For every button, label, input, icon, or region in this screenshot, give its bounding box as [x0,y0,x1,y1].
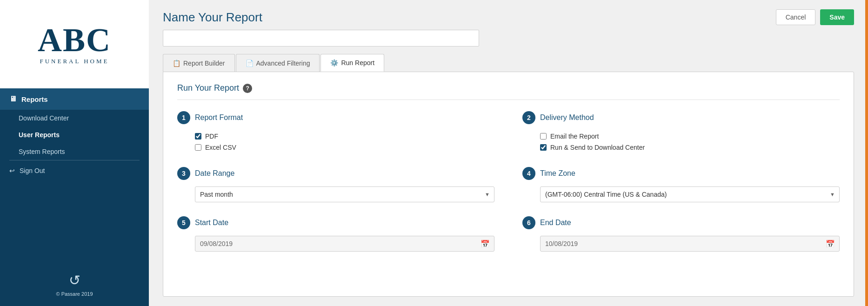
step-6-circle: 6 [522,216,535,229]
reports-icon: 🖥 [9,95,17,103]
run-send-checkbox[interactable] [540,144,547,151]
date-range-select[interactable]: Today Past week Past month Past 3 months… [195,186,494,202]
header-buttons: Cancel Save [776,9,854,25]
system-reports-label: System Reports [19,148,65,155]
step-1-circle: 1 [177,111,190,124]
run-send-label: Run & Send to Download Center [550,144,645,151]
step-5-circle: 5 [177,216,190,229]
run-report-icon: ⚙️ [330,59,338,67]
sidebar-item-user-reports[interactable]: User Reports [0,126,149,143]
end-date-wrapper: 📅 [540,236,840,252]
passare-logo-icon: ↺ [69,272,80,288]
cancel-button[interactable]: Cancel [776,9,816,25]
email-report-label: Email the Report [550,133,599,140]
sidebar-logo: ABC FUNERAL HOME [0,0,149,88]
step-2-delivery-method: 2 Delivery Method Email the Report Run &… [522,111,840,153]
form-grid: 1 Report Format PDF Excel CSV 2 Delivery… [177,111,840,252]
email-report-checkbox[interactable] [540,133,547,140]
sidebar-item-system-reports[interactable]: System Reports [0,143,149,160]
step-6-label: End Date [540,219,571,227]
download-center-label: Download Center [19,114,69,122]
checkbox-run-send: Run & Send to Download Center [522,142,840,153]
content-panel: Run Your Report ? 1 Report Format PDF Ex… [163,72,854,297]
step-3-circle: 3 [177,167,190,180]
tab-advanced-filtering-label: Advanced Filtering [256,60,310,67]
sidebar-item-download-center[interactable]: Download Center [0,110,149,126]
sidebar-item-sign-out[interactable]: ↩ Sign Out [0,160,149,181]
tab-run-report-label: Run Report [341,59,374,67]
run-your-report-title: Run Your Report ? [177,83,840,100]
sidebar-nav: 🖥 Reports Download Center User Reports S… [0,88,149,263]
step-3-date-range: 3 Date Range Today Past week Past month … [177,167,494,202]
sidebar-reports-label: Reports [21,95,48,103]
checkbox-pdf: PDF [177,131,494,142]
step-2-label-row: 2 Delivery Method [522,111,840,124]
sign-out-icon: ↩ [9,167,15,174]
sidebar-footer: ↺ © Passare 2019 [0,263,149,306]
step-5-label-row: 5 Start Date [177,216,494,229]
step-3-label-row: 3 Date Range [177,167,494,180]
report-name-row [149,30,868,54]
step-5-label: Start Date [195,219,228,227]
time-zone-select-wrapper: (GMT-06:00) Central Time (US & Canada) (… [540,186,840,202]
excel-csv-checkbox[interactable] [195,144,201,151]
report-builder-icon: 📋 [173,60,180,67]
step-6-label-row: 6 End Date [522,216,840,229]
sidebar: ABC FUNERAL HOME 🖥 Reports Download Cent… [0,0,149,306]
sidebar-item-reports[interactable]: 🖥 Reports [0,88,149,110]
excel-csv-label: Excel CSV [205,144,236,151]
checkbox-excel-csv: Excel CSV [177,142,494,153]
start-date-input[interactable] [195,236,494,252]
logo-sub: FUNERAL HOME [38,58,111,65]
step-5-start-date: 5 Start Date 📅 [177,216,494,252]
logo: ABC FUNERAL HOME [38,23,111,65]
step-6-end-date: 6 End Date 📅 [522,216,840,252]
pdf-checkbox[interactable] [195,133,201,140]
step-4-circle: 4 [522,167,535,180]
step-4-label-row: 4 Time Zone [522,167,840,180]
tabs-bar: 📋 Report Builder 📄 Advanced Filtering ⚙️… [149,54,868,72]
logo-abc: ABC [38,23,111,57]
main-header: Name Your Report Cancel Save [149,0,868,30]
right-accent-bar [865,0,868,306]
sign-out-label: Sign Out [20,167,45,174]
passare-copyright: © Passare 2019 [56,291,93,297]
user-reports-label: User Reports [19,131,60,139]
step-1-label-row: 1 Report Format [177,111,494,124]
step-2-circle: 2 [522,111,535,124]
report-name-input[interactable] [163,30,479,47]
help-icon[interactable]: ? [243,84,252,93]
tab-advanced-filtering[interactable]: 📄 Advanced Filtering [236,54,320,72]
main-content: Name Your Report Cancel Save 📋 Report Bu… [149,0,868,306]
step-3-label: Date Range [195,169,234,178]
checkbox-email-report: Email the Report [522,131,840,142]
step-1-label: Report Format [195,113,243,122]
page-title: Name Your Report [163,10,262,25]
step-4-time-zone: 4 Time Zone (GMT-06:00) Central Time (US… [522,167,840,202]
run-report-section-label: Run Your Report [177,83,239,93]
start-date-wrapper: 📅 [195,236,494,252]
end-date-input[interactable] [540,236,840,252]
save-button[interactable]: Save [820,9,854,25]
tab-report-builder[interactable]: 📋 Report Builder [163,54,235,72]
start-date-calendar-icon[interactable]: 📅 [481,239,490,248]
step-1-report-format: 1 Report Format PDF Excel CSV [177,111,494,153]
step-4-label: Time Zone [540,169,575,178]
time-zone-select[interactable]: (GMT-06:00) Central Time (US & Canada) (… [540,186,840,202]
date-range-select-wrapper: Today Past week Past month Past 3 months… [195,186,494,202]
advanced-filtering-icon: 📄 [246,60,254,67]
pdf-label: PDF [205,133,218,140]
end-date-calendar-icon[interactable]: 📅 [826,239,835,248]
tab-report-builder-label: Report Builder [183,60,225,67]
tab-run-report[interactable]: ⚙️ Run Report [320,54,384,72]
step-2-label: Delivery Method [540,113,594,122]
